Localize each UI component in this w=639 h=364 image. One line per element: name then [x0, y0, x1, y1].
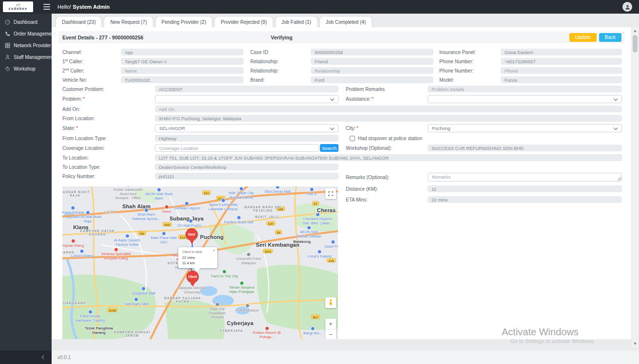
- case-id-field[interactable]: [311, 49, 433, 55]
- state-select[interactable]: SELANGOR: [155, 124, 338, 132]
- scrollbar-thumb[interactable]: [633, 35, 638, 53]
- pegman-icon: [328, 299, 333, 306]
- customer-problem-label: Customer Problem:: [62, 87, 155, 92]
- fullscreen-icon: [328, 191, 333, 196]
- from-location-type-field[interactable]: [155, 135, 338, 142]
- sidebar-collapse-button[interactable]: [0, 350, 52, 364]
- zoom-out-button[interactable]: −: [325, 329, 336, 339]
- relationship-field[interactable]: [311, 58, 433, 65]
- first-caller-field[interactable]: [121, 58, 244, 65]
- pegman-button[interactable]: [325, 297, 336, 308]
- problem-select[interactable]: [155, 95, 338, 103]
- map-label: BANDAR BUKIT RAJA: [62, 190, 94, 198]
- event-details-panel: Event Details - 277 - 90000000256 Verify…: [52, 27, 631, 339]
- road-shield: E37: [266, 221, 275, 226]
- tab[interactable]: Pending Provider (2): [155, 16, 213, 27]
- sidebar-item-dashboard[interactable]: Dashboard: [0, 16, 52, 28]
- road-shield: B17: [311, 315, 320, 319]
- app-logo[interactable]: 57 codobox: [3, 1, 33, 12]
- tab[interactable]: Job Completed (4): [320, 16, 372, 27]
- map-label: Pavilion Bukit Jalil: [224, 216, 253, 225]
- map-label: Puchong: [200, 234, 224, 240]
- coverage-location-label: Coverage Location:: [62, 146, 155, 151]
- to-location-field[interactable]: [155, 154, 622, 161]
- top-bar: 57 codobox Hello! System Admin: [0, 0, 639, 14]
- vertical-scrollbar[interactable]: [632, 27, 638, 347]
- map[interactable]: Shah AlamSubang JayaKlangPuchongCherasSe…: [62, 186, 338, 339]
- tab[interactable]: Provider Rejected (9): [214, 16, 273, 27]
- map-label: Lotus's Kajang: [308, 250, 332, 259]
- sidebar-item-label: Workshop: [14, 66, 36, 72]
- city-select[interactable]: Puchong: [428, 124, 622, 132]
- model-field[interactable]: [501, 76, 622, 83]
- policy-number-label: Policy Number:: [62, 174, 155, 179]
- map-label: Balakong: [293, 239, 311, 244]
- phone-number-field[interactable]: [501, 58, 622, 65]
- sidebar-item-label: Order Management: [14, 31, 56, 36]
- map-label: Sultan Salahuddin Abdul Aziz Mosque - Of…: [113, 186, 143, 200]
- add-on-label: Add On:: [62, 107, 155, 112]
- user-greeting: Hello! System Admin: [57, 4, 110, 10]
- eta-field[interactable]: [428, 196, 622, 203]
- workshop-field[interactable]: [428, 145, 622, 151]
- tab[interactable]: New Request (7): [104, 16, 153, 27]
- workshop-label: Workshop (Optional):: [346, 146, 428, 151]
- map-label: Checkers Hyperm Sdn. Bhd. (Jalan...: [302, 212, 333, 225]
- client-pin[interactable]: Client: [187, 271, 199, 283]
- relationship-label: Relationship:: [250, 59, 311, 64]
- event-title: Event Details - 277 - 90000000256: [62, 35, 143, 40]
- assistance-select[interactable]: [428, 95, 622, 103]
- road-shield: AH2: [162, 222, 171, 227]
- back-button[interactable]: Back: [599, 33, 621, 42]
- logo-text: codobox: [9, 7, 27, 11]
- from-location-field[interactable]: [155, 115, 622, 122]
- scroll-down-icon[interactable]: [634, 343, 637, 345]
- menu-icon[interactable]: [43, 4, 50, 10]
- assistance-label: Assistance:*: [346, 96, 428, 102]
- scroll-up-icon[interactable]: [634, 30, 637, 32]
- tag-icon: [5, 66, 10, 72]
- second-caller-field[interactable]: [121, 67, 244, 74]
- tab[interactable]: Dashboard (23): [56, 16, 102, 27]
- from-location-type-label: From Location Type:: [62, 136, 155, 141]
- problem-remarks-label: Problem Remarks: [346, 87, 428, 92]
- event-form: Channel: Case ID: Insurance Panel: 1st C…: [52, 43, 631, 339]
- user-avatar[interactable]: [622, 2, 632, 12]
- tab[interactable]: Job Failed (1): [275, 16, 318, 27]
- relationship2-label: Relationship:: [250, 68, 311, 73]
- case-id-label: Case ID:: [250, 50, 311, 55]
- remarks-textarea[interactable]: [428, 173, 622, 182]
- sidebar-item-staff-management[interactable]: Staff Management: [0, 51, 52, 63]
- map-label: Taylor's University Lakeside Campus: [208, 198, 238, 211]
- customer-problem-field[interactable]: [155, 86, 338, 92]
- distance-field[interactable]: [428, 185, 622, 192]
- relationship2-field[interactable]: [311, 67, 433, 74]
- sidebar-item-order-management[interactable]: Order Management: [0, 28, 52, 39]
- dest-pin[interactable]: Dest: [186, 228, 198, 240]
- problem-remarks-field[interactable]: [428, 86, 622, 92]
- close-icon[interactable]: ×: [213, 248, 215, 255]
- zoom-in-button[interactable]: +: [325, 319, 336, 329]
- map-label: Putra Mosque: [236, 304, 259, 313]
- phone-icon: [5, 31, 10, 36]
- sidebar-item-network-provider[interactable]: Network Provider: [0, 39, 52, 51]
- to-location-type-field[interactable]: [155, 164, 338, 170]
- stopover-checkbox[interactable]: [350, 136, 355, 141]
- insurance-panel-field[interactable]: [501, 49, 622, 55]
- channel-field[interactable]: [121, 49, 244, 55]
- brand-field[interactable]: [311, 76, 433, 83]
- problem-label: Problem:*: [62, 96, 155, 102]
- policy-number-field[interactable]: [155, 173, 338, 180]
- add-on-field[interactable]: [155, 106, 622, 112]
- map-label: Farm In The City: [211, 270, 238, 279]
- search-button[interactable]: Search: [320, 144, 338, 152]
- fullscreen-button[interactable]: [325, 188, 336, 199]
- map-label: BANDAR SAUJANA PUTRA: [163, 296, 202, 304]
- map-label: Sunway Lagoon: [174, 201, 200, 211]
- update-button[interactable]: Update: [569, 33, 597, 42]
- phone-number2-field[interactable]: [501, 67, 622, 74]
- vehicle-no-field[interactable]: [121, 76, 244, 83]
- coverage-location-input[interactable]: [155, 144, 319, 152]
- sidebar-item-workshop[interactable]: Workshop: [0, 63, 52, 74]
- map-label: Main Place Mall USJ: [149, 231, 179, 244]
